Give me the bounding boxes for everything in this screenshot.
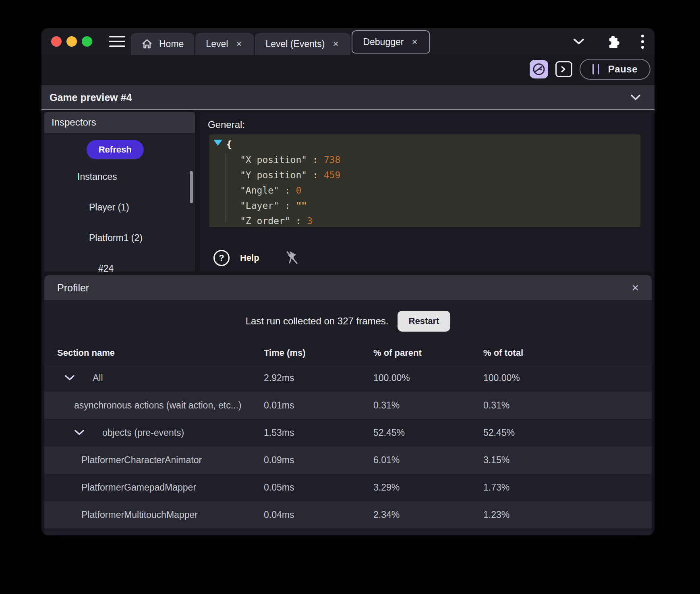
percent-of-parent: 0.31% xyxy=(373,400,483,411)
percent-of-parent: 3.29% xyxy=(373,482,483,493)
close-window-button[interactable] xyxy=(51,36,62,47)
inspector-item[interactable]: Platform1 (2) xyxy=(89,233,143,243)
puzzle-icon[interactable] xyxy=(606,34,620,49)
profiler-status-text: Last run collected on 327 frames. xyxy=(246,316,389,327)
tab-debugger[interactable]: Debugger × xyxy=(352,30,430,54)
column-header: % of total xyxy=(483,348,652,358)
general-panel: General: {"X position" : 738"Y position"… xyxy=(200,112,652,272)
hamburger-menu-icon[interactable] xyxy=(109,36,125,47)
time-value: 0.04ms xyxy=(264,509,373,520)
tab-label: Level xyxy=(206,39,228,50)
section-name: PlatformerCharacterAnimator xyxy=(81,455,202,466)
instance-json-view: {"X position" : 738"Y position" : 459"An… xyxy=(209,134,640,227)
table-row[interactable]: objects (pre-events)1.53ms52.45%52.45% xyxy=(44,419,652,446)
pin-off-icon[interactable] xyxy=(285,250,300,266)
profiler-table-body: All2.92ms100.00%100.00%asynchronous acti… xyxy=(44,364,652,528)
profiler-toggle-button[interactable] xyxy=(530,60,548,78)
inspector-item[interactable]: #24 xyxy=(98,263,114,272)
table-row[interactable]: PlatformerMultitouchMapper0.04ms2.34%1.2… xyxy=(44,501,652,528)
minimize-window-button[interactable] xyxy=(66,36,77,47)
refresh-button[interactable]: Refresh xyxy=(87,140,144,159)
time-value: 0.01ms xyxy=(264,400,373,411)
debugger-toolbar: Pause xyxy=(41,55,654,83)
profiler-status-row: Last run collected on 327 frames. Restar… xyxy=(44,300,652,342)
restart-button[interactable]: Restart xyxy=(398,311,451,332)
collapse-chevron-icon[interactable] xyxy=(630,94,641,101)
code-line: "Angle" : 0 xyxy=(214,183,636,198)
code-line: "X position" : 738 xyxy=(214,152,636,167)
percent-of-parent: 6.01% xyxy=(373,455,483,466)
console-prompt-icon xyxy=(560,66,567,73)
table-row[interactable]: PlatformerGamepadMapper0.05ms3.29%1.73% xyxy=(44,474,652,501)
close-tab-icon[interactable]: × xyxy=(234,38,243,50)
app-window: Home Level × Level (Events) × Debugger × xyxy=(41,28,654,535)
time-value: 0.05ms xyxy=(264,482,373,493)
tab-label: Home xyxy=(159,39,184,50)
help-row: ? Help xyxy=(213,250,300,266)
column-header: Time (ms) xyxy=(264,348,373,358)
percent-of-total: 1.23% xyxy=(483,509,652,520)
time-value: 2.92ms xyxy=(264,373,373,384)
inspectors-title: Inspectors xyxy=(52,117,96,128)
tab-level[interactable]: Level × xyxy=(195,33,254,55)
help-label: Help xyxy=(240,253,259,263)
close-tab-icon[interactable]: × xyxy=(410,36,419,47)
general-title: General: xyxy=(208,119,245,130)
tab-home[interactable]: Home xyxy=(131,33,194,55)
tab-level-events[interactable]: Level (Events) × xyxy=(255,33,350,55)
section-name: All xyxy=(93,373,103,384)
profiler-section: Profiler × Last run collected on 327 fra… xyxy=(44,275,652,535)
time-value: 0.09ms xyxy=(264,455,373,466)
game-preview-title: Game preview #4 xyxy=(50,92,132,103)
console-button[interactable] xyxy=(555,61,572,77)
table-row[interactable]: All2.92ms100.00%100.00% xyxy=(44,364,652,392)
home-icon xyxy=(141,38,153,50)
percent-of-parent: 100.00% xyxy=(373,373,483,384)
tab-label: Debugger xyxy=(363,37,404,47)
time-value: 1.53ms xyxy=(264,427,373,438)
pause-icon xyxy=(592,64,599,74)
pause-button[interactable]: Pause xyxy=(580,59,650,80)
inspector-item[interactable]: Instances xyxy=(77,171,117,182)
profiler-table-header: Section name Time (ms) % of parent % of … xyxy=(44,342,652,364)
section-name: PlatformerMultitouchMapper xyxy=(81,509,198,520)
profiler-gauge-icon xyxy=(532,62,546,76)
code-line: "Y position" : 459 xyxy=(214,167,636,183)
percent-of-total: 0.31% xyxy=(483,400,652,411)
percent-of-total: 100.00% xyxy=(483,373,652,384)
game-preview-header[interactable]: Game preview #4 xyxy=(41,85,654,110)
section-name: objects (pre-events) xyxy=(102,427,184,438)
chevron-down-icon[interactable] xyxy=(573,38,585,45)
percent-of-total: 52.45% xyxy=(483,427,652,438)
percent-of-total: 1.73% xyxy=(483,482,652,493)
close-profiler-icon[interactable]: × xyxy=(632,282,639,294)
percent-of-parent: 2.34% xyxy=(373,509,483,520)
inspectors-list: Refresh InstancesPlayer (1)Platform1 (2)… xyxy=(44,133,195,272)
zoom-window-button[interactable] xyxy=(82,36,92,47)
titlebar-actions xyxy=(573,28,644,55)
row-expand-chevron-icon[interactable] xyxy=(74,429,85,436)
titlebar: Home Level × Level (Events) × Debugger × xyxy=(41,28,654,55)
column-header: % of parent xyxy=(373,348,483,358)
section-name: PlatformerGamepadMapper xyxy=(81,482,196,493)
help-icon[interactable]: ? xyxy=(213,250,230,266)
tab-label: Level (Events) xyxy=(265,39,325,50)
percent-of-total: 3.15% xyxy=(483,455,652,466)
tab-bar: Home Level × Level (Events) × Debugger × xyxy=(131,30,430,55)
row-expand-chevron-icon[interactable] xyxy=(64,375,75,381)
code-line: { xyxy=(214,137,636,152)
code-line: "Z order" : 3 xyxy=(214,213,636,227)
column-header: Section name xyxy=(44,348,264,358)
inspectors-scrollbar-thumb[interactable] xyxy=(190,171,193,203)
inspectors-header: Inspectors xyxy=(44,112,195,133)
window-controls xyxy=(51,36,92,47)
kebab-menu-icon[interactable] xyxy=(641,35,644,49)
table-row[interactable]: PlatformerCharacterAnimator0.09ms6.01%3.… xyxy=(44,446,652,474)
code-line: "Layer" : "" xyxy=(214,198,636,213)
pause-label: Pause xyxy=(608,64,638,75)
table-row[interactable]: asynchronous actions (wait action, etc..… xyxy=(44,392,652,419)
profiler-header: Profiler × xyxy=(44,275,652,300)
inspector-item[interactable]: Player (1) xyxy=(89,202,129,213)
close-tab-icon[interactable]: × xyxy=(331,38,340,50)
percent-of-parent: 52.45% xyxy=(373,427,483,438)
